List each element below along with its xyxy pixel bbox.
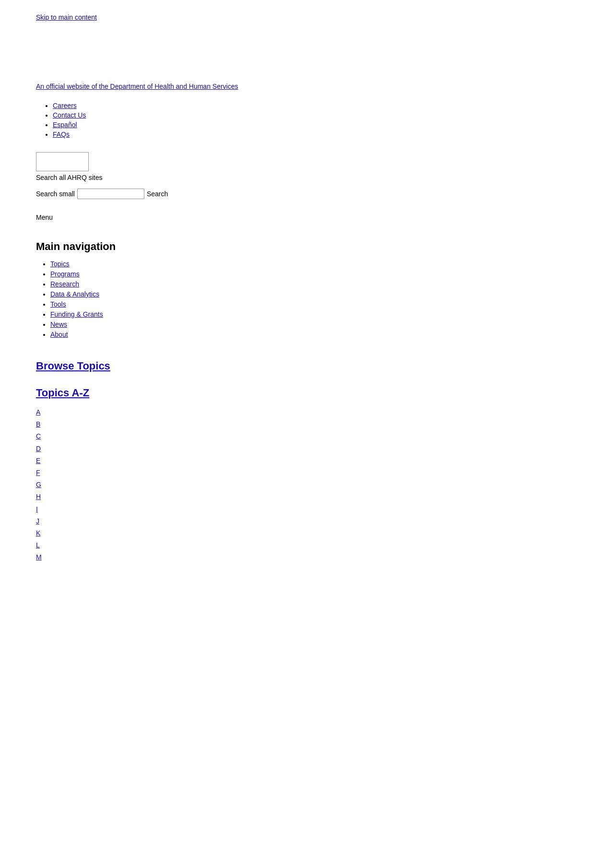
az-letter-link[interactable]: I bbox=[36, 503, 614, 515]
main-nav-link[interactable]: Research bbox=[50, 280, 79, 288]
topics-az-section: Topics A-Z ABCDEFGHIJKLM bbox=[0, 377, 614, 573]
main-nav-link[interactable]: Tools bbox=[50, 300, 66, 308]
topics-az-link[interactable]: Topics A-Z bbox=[36, 387, 89, 399]
az-letter-link[interactable]: M bbox=[36, 551, 614, 563]
search-small-row: Search small Search bbox=[36, 189, 614, 199]
utility-nav-list: CareersContact UsEspañolFAQs bbox=[43, 102, 614, 138]
main-nav-link[interactable]: About bbox=[50, 331, 68, 338]
main-nav-item: Topics bbox=[50, 260, 614, 268]
main-nav-link[interactable]: Funding & Grants bbox=[50, 310, 103, 318]
search-small-label: Search small bbox=[36, 190, 75, 198]
main-nav-item: Funding & Grants bbox=[50, 310, 614, 318]
az-letter-link[interactable]: A bbox=[36, 406, 614, 418]
utility-nav-item: Careers bbox=[53, 102, 614, 109]
az-letter-link[interactable]: B bbox=[36, 418, 614, 430]
utility-nav-link[interactable]: Español bbox=[53, 121, 77, 129]
browse-topics-section: Browse Topics bbox=[0, 350, 614, 377]
skip-to-main-content-link[interactable]: Skip to main content bbox=[0, 10, 97, 25]
utility-nav-link[interactable]: Careers bbox=[53, 102, 77, 109]
official-banner: An official website of the Department of… bbox=[0, 25, 614, 95]
search-small-input[interactable] bbox=[77, 189, 144, 199]
main-nav-list: TopicsProgramsResearchData & AnalyticsTo… bbox=[36, 260, 614, 338]
search-section: Search all AHRQ sites Search small Searc… bbox=[0, 145, 614, 204]
az-letter-link[interactable]: C bbox=[36, 430, 614, 442]
main-nav-item: Research bbox=[50, 280, 614, 288]
official-banner-link[interactable]: An official website of the Department of… bbox=[36, 83, 238, 90]
main-nav-item: About bbox=[50, 331, 614, 338]
az-letter-link[interactable]: F bbox=[36, 467, 614, 479]
az-letter-link[interactable]: D bbox=[36, 443, 614, 455]
main-nav-link[interactable]: Programs bbox=[50, 270, 80, 278]
utility-nav: CareersContact UsEspañolFAQs bbox=[0, 95, 614, 145]
utility-nav-item: Contact Us bbox=[53, 111, 614, 119]
main-nav-item: Data & Analytics bbox=[50, 290, 614, 298]
main-nav-link[interactable]: Data & Analytics bbox=[50, 290, 99, 298]
main-nav-heading: Main navigation bbox=[36, 240, 614, 253]
main-nav-link[interactable]: Topics bbox=[50, 260, 70, 268]
search-small-button[interactable]: Search bbox=[147, 190, 168, 198]
az-letter-link[interactable]: G bbox=[36, 479, 614, 491]
az-letter-link[interactable]: E bbox=[36, 455, 614, 467]
utility-nav-item: FAQs bbox=[53, 131, 614, 138]
utility-nav-item: Español bbox=[53, 121, 614, 129]
main-nav-item: Tools bbox=[50, 300, 614, 308]
main-nav-item: Programs bbox=[50, 270, 614, 278]
az-links: ABCDEFGHIJKLM bbox=[36, 406, 614, 563]
utility-nav-link[interactable]: Contact Us bbox=[53, 111, 86, 119]
main-nav-link[interactable]: News bbox=[50, 321, 67, 328]
browse-topics-link[interactable]: Browse Topics bbox=[36, 360, 110, 372]
utility-nav-link[interactable]: FAQs bbox=[53, 131, 70, 138]
az-letter-link[interactable]: K bbox=[36, 527, 614, 539]
az-letter-link[interactable]: J bbox=[36, 515, 614, 527]
main-nav: Main navigation TopicsProgramsResearchDa… bbox=[0, 226, 614, 350]
search-all-label: Search all AHRQ sites bbox=[36, 174, 614, 181]
main-nav-item: News bbox=[50, 321, 614, 328]
az-letter-link[interactable]: H bbox=[36, 491, 614, 503]
search-large-input[interactable] bbox=[36, 152, 89, 171]
az-letter-link[interactable]: L bbox=[36, 539, 614, 551]
menu-label[interactable]: Menu bbox=[0, 204, 614, 226]
